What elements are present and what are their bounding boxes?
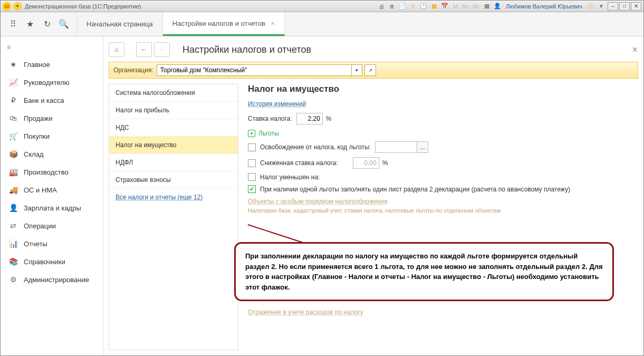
star-icon: ★ [8, 60, 18, 69]
tb-print-icon[interactable]: 🖨 [377, 2, 386, 11]
history-icon[interactable]: ↻ [40, 17, 54, 32]
back-button[interactable]: ← [136, 42, 152, 57]
exempt-label: Освобождение от налога, код льготы: [260, 143, 371, 151]
user-icon: 👤 [493, 2, 502, 11]
favorites-icon[interactable]: ★ [23, 17, 37, 32]
exempt-code-input[interactable] [375, 141, 417, 153]
tab-label: Настройки налогов и отчетов [172, 20, 265, 27]
reduced-rate-unit: % [382, 159, 388, 167]
factory-icon: 🏭 [8, 168, 18, 176]
tb-doc-icon[interactable]: 🗎 [387, 2, 397, 11]
tab-home[interactable]: Начальная страница [77, 12, 163, 36]
user-name[interactable]: Любимов Валерий Юрьевич [506, 3, 582, 9]
tb-mplus-button[interactable]: M+ [461, 2, 470, 11]
maximize-button[interactable]: □ [619, 2, 630, 11]
organization-label: Организация: [113, 66, 153, 74]
sidebar-item-production[interactable]: 🏭Производство [1, 163, 103, 181]
tab-label: Начальная страница [86, 20, 153, 28]
cat-tax-system[interactable]: Система налогообложения [109, 84, 238, 102]
bag-icon: 🛍 [8, 114, 18, 122]
tb-calc-icon[interactable]: ▦ [429, 2, 439, 11]
tb-m-button[interactable]: M [450, 2, 460, 11]
organization-open-button[interactable]: ↗ [364, 64, 376, 76]
sidebar-item-manager[interactable]: 📈Руководителю [1, 73, 103, 91]
page-close-button[interactable]: ✕ [632, 45, 638, 54]
benefits-section-toggle[interactable]: ▾ Льготы [248, 130, 638, 137]
dropdown-icon[interactable]: ▾ [597, 2, 606, 11]
chevron-down-icon: ▾ [248, 130, 255, 137]
rate-unit: % [326, 115, 332, 122]
rouble-icon: ₽ [8, 96, 18, 104]
rate-label: Ставка налога: [248, 115, 292, 122]
tb-calendar-icon[interactable]: 📅 [440, 2, 449, 11]
exempt-picker-button[interactable]: … [417, 141, 428, 153]
window-title: Демонстрационная база (1С:Предприятие) [25, 3, 141, 9]
tab-close-icon[interactable]: ✕ [271, 21, 275, 26]
app-menu-dropdown[interactable]: ▾ [13, 2, 22, 11]
sidebar-item-operations[interactable]: ⇄Операции [1, 217, 103, 235]
organization-dropdown-button[interactable]: ▾ [352, 64, 362, 76]
main-content: ⌂ ← → Настройки налогов и отчетов ✕ Орга… [103, 36, 643, 355]
history-link[interactable]: История изменений [248, 100, 306, 108]
organization-bar: Организация: ▾ ↗ [109, 62, 638, 79]
forward-button[interactable]: → [154, 42, 170, 57]
single-benefit-label: При наличии одной льготы заполнять один … [260, 186, 570, 193]
detail-heading: Налог на имущество [248, 84, 638, 94]
sidebar-item-admin[interactable]: ⚙Администрирование [1, 271, 103, 288]
reduced-rate-input[interactable] [353, 157, 379, 169]
exchange-icon: ⇄ [8, 222, 18, 230]
tax-reduced-checkbox[interactable] [248, 173, 256, 181]
sidebar-item-hr[interactable]: 👤Зарплата и кадры [1, 199, 103, 217]
sidebar-item-purchases[interactable]: 🛒Покупки [1, 127, 103, 145]
minimize-button[interactable]: – [608, 2, 618, 11]
single-benefit-checkbox[interactable] [248, 185, 256, 193]
home-button[interactable]: ⌂ [109, 42, 124, 57]
cart-icon: 🛒 [8, 132, 18, 140]
tb-star-icon[interactable]: ☆ [408, 2, 418, 11]
box-icon: 📦 [8, 150, 18, 158]
cat-vat[interactable]: НДС [109, 119, 238, 137]
sidebar-item-main[interactable]: ★Главное [1, 55, 103, 73]
sidebar-item-warehouse[interactable]: 📦Склад [1, 145, 103, 163]
tab-tax-settings[interactable]: Настройки налогов и отчетов ✕ [163, 12, 285, 36]
nav-spacer [127, 42, 130, 57]
reduced-rate-checkbox[interactable] [248, 159, 256, 167]
tb-copy-icon[interactable]: 📄 [398, 2, 407, 11]
sidebar-item-references[interactable]: 📚Справочники [1, 253, 103, 271]
sidebar-item-reports[interactable]: 📊Отчеты [1, 235, 103, 253]
sidebar-item-bank[interactable]: ₽Банк и касса [1, 91, 103, 109]
exempt-checkbox[interactable] [248, 143, 256, 151]
special-objects-hint: Налоговая база, кадастровый учет, ставки… [248, 207, 638, 214]
truck-icon: 🚚 [8, 186, 18, 194]
tb-apps-icon[interactable]: ▦ [482, 2, 492, 11]
person-icon: 👤 [8, 204, 18, 212]
rate-input[interactable] [296, 113, 323, 124]
page-title: Настройки налогов и отчетов [182, 44, 311, 55]
reduced-rate-label: Сниженная ставка налога: [260, 159, 338, 167]
cat-ndfl[interactable]: НДФЛ [109, 154, 238, 171]
sidebar: ≡ ★Главное 📈Руководителю ₽Банк и касса 🛍… [1, 36, 103, 355]
sidebar-toggle[interactable]: ≡ [1, 40, 103, 55]
cat-profit-tax[interactable]: Налог на прибыль [109, 102, 238, 119]
sidebar-item-assets[interactable]: 🚚ОС и НМА [1, 181, 103, 199]
apps-grid-icon[interactable]: ⠿ [6, 17, 21, 32]
tax-reduced-label: Налог уменьшен на: [260, 174, 320, 181]
all-taxes-link[interactable]: Все налоги и отчеты (еще 12) [109, 189, 238, 206]
callout-box: При заполнении декларации по налогу на и… [234, 242, 614, 301]
sidebar-item-sales[interactable]: 🛍Продажи [1, 109, 103, 127]
tb-mminus-button[interactable]: M- [472, 2, 481, 11]
search-icon[interactable]: 🔍 [56, 17, 71, 32]
close-button[interactable]: ✕ [631, 2, 641, 11]
titlebar: 1c ▾ Демонстрационная база (1С:Предприят… [1, 1, 643, 12]
expense-link[interactable]: Отражение в учете расходов по налогу [248, 309, 638, 316]
info-icon[interactable]: ⓘ [586, 2, 595, 11]
detail-panel: Налог на имущество История изменений Ста… [238, 84, 638, 350]
organization-input[interactable] [157, 64, 352, 76]
special-objects-link[interactable]: Объекты с особым порядком налогообложени… [248, 198, 388, 205]
cat-property-tax[interactable]: Налог на имущество [109, 137, 238, 154]
bars-icon: 📊 [8, 239, 18, 248]
cat-insurance[interactable]: Страховые взносы [109, 171, 238, 189]
books-icon: 📚 [8, 257, 18, 266]
tb-clock-icon[interactable]: 🕐 [419, 2, 428, 11]
app-icon: 1c [3, 2, 11, 11]
